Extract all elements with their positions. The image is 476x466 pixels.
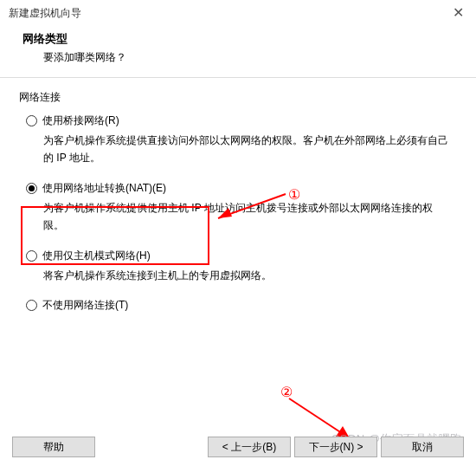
option-nat: 使用网络地址转换(NAT)(E) 为客户机操作系统提供使用主机 IP 地址访问主… bbox=[26, 181, 457, 235]
radio-nat[interactable]: 使用网络地址转换(NAT)(E) bbox=[26, 181, 457, 196]
help-button[interactable]: 帮助 bbox=[12, 437, 95, 457]
close-icon[interactable]: ✕ bbox=[447, 6, 469, 20]
option-hostonly: 使用仅主机模式网络(H) 将客户机操作系统连接到主机上的专用虚拟网络。 bbox=[26, 249, 457, 284]
radio-hostonly[interactable]: 使用仅主机模式网络(H) bbox=[26, 249, 457, 263]
radio-icon bbox=[26, 300, 37, 311]
option-label: 使用桥接网络(R) bbox=[42, 113, 119, 128]
option-none: 不使用网络连接(T) bbox=[26, 298, 457, 313]
radio-icon bbox=[26, 250, 37, 262]
window-title: 新建虚拟机向导 bbox=[9, 6, 81, 21]
option-label: 使用仅主机模式网络(H) bbox=[42, 249, 151, 263]
radio-none[interactable]: 不使用网络连接(T) bbox=[26, 298, 457, 313]
option-bridged: 使用桥接网络(R) 为客户机操作系统提供直接访问外部以太网网络的权限。客户机在外… bbox=[26, 113, 457, 167]
wizard-header: 网络类型 要添加哪类网络？ bbox=[0, 26, 476, 77]
page-title: 网络类型 bbox=[23, 31, 476, 47]
option-desc: 将客户机操作系统连接到主机上的专用虚拟网络。 bbox=[26, 263, 457, 284]
back-button[interactable]: < 上一步(B) bbox=[208, 437, 291, 457]
titlebar: 新建虚拟机向导 ✕ bbox=[0, 0, 476, 26]
option-label: 使用网络地址转换(NAT)(E) bbox=[42, 181, 166, 196]
radio-bridged[interactable]: 使用桥接网络(R) bbox=[26, 113, 457, 128]
page-subtitle: 要添加哪类网络？ bbox=[23, 47, 476, 65]
group-label: 网络连接 bbox=[19, 90, 457, 105]
option-desc: 为客户机操作系统提供使用主机 IP 地址访问主机拨号连接或外部以太网网络连接的权… bbox=[26, 196, 457, 235]
option-desc: 为客户机操作系统提供直接访问外部以太网网络的权限。客户机在外部网络上必须有自己的… bbox=[26, 128, 457, 167]
footer-bar: 帮助 < 上一步(B) 下一步(N) > 取消 bbox=[0, 437, 476, 457]
next-button[interactable]: 下一步(N) > bbox=[294, 437, 377, 457]
svg-line-2 bbox=[289, 398, 350, 438]
cancel-button[interactable]: 取消 bbox=[381, 437, 464, 457]
options-group: 使用桥接网络(R) 为客户机操作系统提供直接访问外部以太网网络的权限。客户机在外… bbox=[19, 113, 457, 313]
radio-icon bbox=[26, 115, 37, 126]
option-label: 不使用网络连接(T) bbox=[42, 298, 128, 313]
annotation-two: ② bbox=[280, 384, 293, 400]
content-area: 网络连接 使用桥接网络(R) 为客户机操作系统提供直接访问外部以太网网络的权限。… bbox=[0, 78, 476, 313]
radio-icon bbox=[26, 183, 37, 194]
